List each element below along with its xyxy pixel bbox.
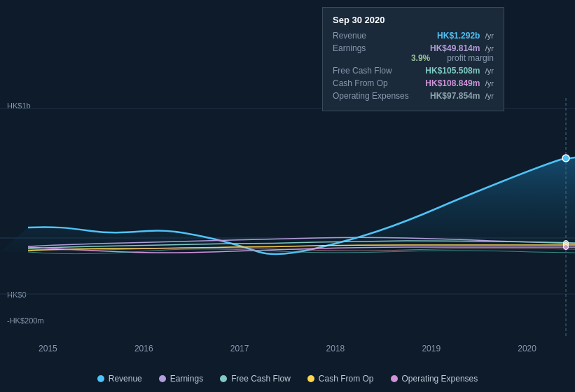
legend-label-earnings: Earnings bbox=[170, 374, 203, 384]
legend-item-revenue[interactable]: Revenue bbox=[97, 374, 142, 384]
x-label-2018: 2018 bbox=[326, 344, 345, 354]
tooltip-value-earnings: HK$49.814m /yr bbox=[430, 43, 494, 53]
tooltip-row-opex: Operating Expenses HK$97.854m /yr bbox=[333, 91, 494, 101]
legend-item-opex[interactable]: Operating Expenses bbox=[391, 374, 478, 384]
profit-margin: 3.9% bbox=[411, 53, 430, 63]
tooltip-label-revenue: Revenue bbox=[333, 31, 366, 41]
tooltip-label-cfo: Cash From Op bbox=[333, 78, 388, 88]
legend-dot-opex bbox=[391, 375, 398, 382]
x-label-2017: 2017 bbox=[230, 344, 249, 354]
legend-item-fcf[interactable]: Free Cash Flow bbox=[220, 374, 291, 384]
legend-dot-revenue bbox=[97, 375, 104, 382]
legend-label-cfo: Cash From Op bbox=[319, 374, 374, 384]
tooltip-row-earnings: Earnings HK$49.814m /yr bbox=[333, 43, 494, 53]
x-label-2016: 2016 bbox=[134, 344, 153, 354]
tooltip-row-fcf: Free Cash Flow HK$105.508m /yr bbox=[333, 66, 494, 76]
legend-dot-earnings bbox=[159, 375, 166, 382]
x-label-2020: 2020 bbox=[518, 344, 536, 354]
tooltip: Sep 30 2020 Revenue HK$1.292b /yr Earnin… bbox=[322, 7, 504, 111]
chart-svg bbox=[0, 98, 575, 336]
chart-container: Sep 30 2020 Revenue HK$1.292b /yr Earnin… bbox=[0, 0, 575, 392]
tooltip-row-margin: 3.9% profit margin bbox=[333, 53, 494, 63]
tooltip-date: Sep 30 2020 bbox=[333, 15, 494, 25]
tooltip-label-earnings: Earnings bbox=[333, 43, 366, 53]
tooltip-value-revenue: HK$1.292b /yr bbox=[437, 31, 494, 41]
legend-label-revenue: Revenue bbox=[109, 374, 142, 384]
svg-point-4 bbox=[562, 155, 569, 162]
legend-item-earnings[interactable]: Earnings bbox=[159, 374, 203, 384]
tooltip-label-fcf: Free Cash Flow bbox=[333, 66, 392, 76]
x-label-2019: 2019 bbox=[422, 344, 441, 354]
profit-margin-label: profit margin bbox=[447, 53, 494, 63]
legend-label-opex: Operating Expenses bbox=[402, 374, 478, 384]
tooltip-value-opex: HK$97.854m /yr bbox=[430, 91, 494, 101]
tooltip-row-cfo: Cash From Op HK$108.849m /yr bbox=[333, 78, 494, 88]
legend-dot-fcf bbox=[220, 375, 227, 382]
legend-item-cfo[interactable]: Cash From Op bbox=[307, 374, 374, 384]
legend-label-fcf: Free Cash Flow bbox=[231, 374, 291, 384]
legend-dot-cfo bbox=[307, 375, 314, 382]
tooltip-value-fcf: HK$105.508m /yr bbox=[425, 66, 494, 76]
chart-legend: Revenue Earnings Free Cash Flow Cash Fro… bbox=[0, 374, 575, 384]
tooltip-label-opex: Operating Expenses bbox=[333, 91, 409, 101]
svg-point-8 bbox=[564, 245, 569, 250]
x-labels: 2015 2016 2017 2018 2019 2020 bbox=[0, 344, 575, 354]
tooltip-row-revenue: Revenue HK$1.292b /yr bbox=[333, 31, 494, 41]
tooltip-value-cfo: HK$108.849m /yr bbox=[425, 78, 494, 88]
x-label-2015: 2015 bbox=[39, 344, 57, 354]
